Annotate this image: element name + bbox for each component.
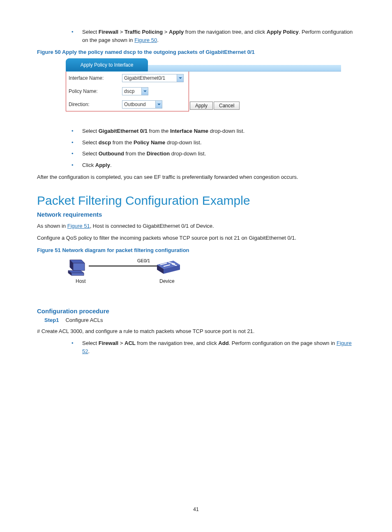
apply-button[interactable]: Apply xyxy=(190,102,213,110)
text: Select xyxy=(82,139,99,146)
network-diagram: GE0/1 Host Device xyxy=(66,257,185,288)
sub-bullet-3: Select Outbound from the Direction drop-… xyxy=(66,150,355,158)
direction-dropdown[interactable]: Outbound xyxy=(122,100,162,109)
text: from the xyxy=(148,128,170,134)
chevron-down-icon[interactable] xyxy=(141,88,148,95)
host-icon xyxy=(66,257,89,277)
device-label: Device xyxy=(159,278,175,284)
cancel-button[interactable]: Cancel xyxy=(214,102,240,110)
text: drop-down list. xyxy=(165,139,201,146)
text: . xyxy=(110,162,112,168)
sub-bullet-4: Click Apply. xyxy=(66,161,355,169)
sub-bullet-2: Select dscp from the Policy Name drop-do… xyxy=(66,139,355,147)
sub-bullet-1: Select GigabitEthernet 0/1 from the Inte… xyxy=(66,127,355,135)
apply-policy-text: Apply Policy xyxy=(267,29,299,35)
connection-line xyxy=(89,266,159,266)
text: GigabitEthernet 0/1 xyxy=(99,128,148,134)
step-1-row: Step1 Configure ACLs xyxy=(44,317,355,323)
traffic-policing-text: Traffic Policing xyxy=(125,29,163,35)
caption-text: Figure 50 Apply the policy named xyxy=(37,49,123,55)
host-label: Host xyxy=(76,278,86,284)
text: > xyxy=(118,29,125,35)
page-number: 41 xyxy=(0,507,392,512)
device-icon xyxy=(155,259,182,277)
text: . xyxy=(88,348,90,354)
direction-value: Outbound xyxy=(124,102,154,107)
apply-text: Apply xyxy=(169,29,184,35)
configuration-procedure-heading: Configuration procedure xyxy=(37,308,355,315)
hash-line: # Create ACL 3000, and configure a rule … xyxy=(37,327,355,335)
text: Select xyxy=(82,29,99,35)
policy-name-label: Policy Name: xyxy=(69,88,122,94)
figure-50-caption: Figure 50 Apply the policy named dscp to… xyxy=(37,49,355,55)
policy-name-dropdown[interactable]: dscp xyxy=(122,87,148,95)
net-para-2: Configure a QoS policy to filter the inc… xyxy=(37,234,355,242)
interface-name-value: GigabitEthernet0/1 xyxy=(124,75,175,81)
text: dscp xyxy=(99,139,111,146)
text: ACL xyxy=(125,340,136,346)
text: Select xyxy=(82,128,99,134)
caption-bold: dscp xyxy=(123,49,136,55)
text: > xyxy=(118,340,125,346)
text: Click xyxy=(82,162,95,168)
firewall-text: Firewall xyxy=(99,29,118,35)
tab-bar-rest xyxy=(148,65,341,72)
figure-51-link[interactable]: Figure 51 xyxy=(67,223,90,229)
interface-name-label: Interface Name: xyxy=(69,75,122,81)
text: from the xyxy=(124,150,147,157)
apply-policy-tab[interactable]: Apply Policy to Interface xyxy=(66,58,148,72)
text: , Host is connected to GigabitEthernet 0… xyxy=(90,223,214,229)
svg-marker-5 xyxy=(71,273,84,275)
text: Add xyxy=(218,340,228,346)
chevron-down-icon[interactable] xyxy=(177,74,183,82)
step-1-label: Step1 xyxy=(44,317,59,323)
text: Select xyxy=(82,340,99,346)
figure-50-link[interactable]: Figure 50 xyxy=(134,37,157,43)
text: from the navigation tree, and click xyxy=(136,340,219,346)
policy-name-value: dscp xyxy=(124,88,140,94)
direction-label: Direction: xyxy=(69,102,122,107)
figure-51-caption: Figure 51 Network diagram for packet fil… xyxy=(37,247,355,253)
text: Direction xyxy=(147,150,170,157)
svg-marker-2 xyxy=(73,263,85,271)
text: Interface Name xyxy=(170,128,208,134)
text: > xyxy=(163,29,169,35)
text: Firewall xyxy=(99,340,118,346)
text: . Perform configuration on the page show… xyxy=(229,340,337,346)
text: Apply xyxy=(95,162,110,168)
text: from the xyxy=(111,139,134,146)
text: from the navigation tree, and click xyxy=(184,29,267,35)
interface-name-dropdown[interactable]: GigabitEthernet0/1 xyxy=(122,74,184,82)
proc-bullet: Select Firewall > ACL from the navigatio… xyxy=(66,339,355,355)
text: Policy Name xyxy=(134,139,165,146)
section-heading: Packet Filtering Configuration Example xyxy=(37,194,355,208)
figure-50-screenshot: Apply Policy to Interface Interface Name… xyxy=(66,58,341,111)
text: Outbound xyxy=(99,150,124,157)
ge-label: GE0/1 xyxy=(137,258,150,263)
network-requirements-heading: Network requirements xyxy=(37,211,355,218)
intro-bullet: Select Firewall > Traffic Policing > App… xyxy=(66,28,355,44)
text: As shown in xyxy=(37,223,67,229)
chevron-down-icon[interactable] xyxy=(155,101,162,108)
text: Select xyxy=(82,150,99,157)
text: drop-down list. xyxy=(208,128,244,134)
step-1-text: Configure ACLs xyxy=(65,317,103,323)
net-para-1: As shown in Figure 51, Host is connected… xyxy=(37,222,355,230)
text: drop-down list. xyxy=(170,150,206,157)
after-paragraph: After the configuration is completed, yo… xyxy=(37,173,355,181)
caption-text: to the outgoing packets of GigabitEthern… xyxy=(136,49,255,55)
text: . xyxy=(157,37,159,43)
